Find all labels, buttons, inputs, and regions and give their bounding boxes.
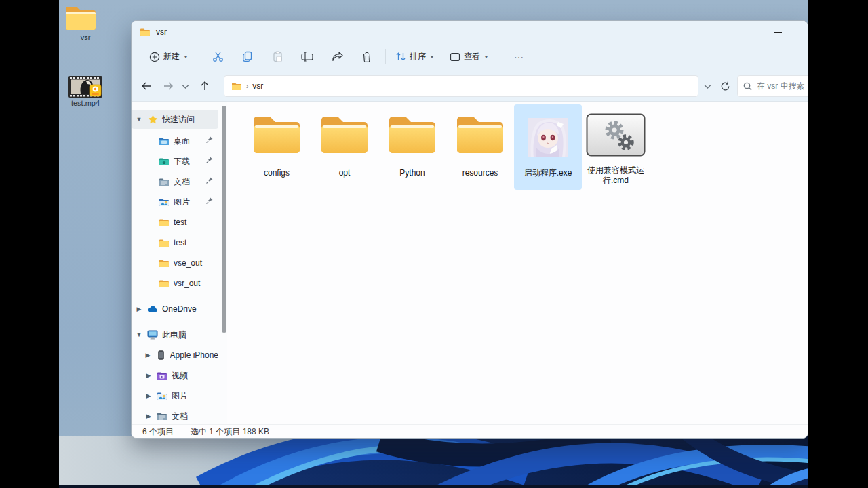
file-name: resources (448, 168, 513, 178)
chevron-collapsed-icon[interactable]: ▶ (141, 392, 156, 399)
new-button[interactable]: 新建 ▼ (142, 46, 195, 68)
minimize-button[interactable] (762, 21, 793, 43)
command-toolbar: 新建 ▼ (132, 43, 808, 70)
star-icon (146, 115, 159, 124)
downloads-folder-icon (158, 157, 170, 166)
sidebar-item-this-pc[interactable]: ▼ 此电脑 (132, 325, 218, 344)
sidebar-item-quick-access[interactable]: ▼ 快速访问 (132, 110, 218, 129)
sidebar-item-test-2[interactable]: test (132, 233, 218, 252)
sidebar-item-label: vsr_out (174, 279, 200, 288)
sidebar-item-label: 快速访问 (162, 114, 195, 125)
window-folder-icon (140, 28, 151, 37)
sidebar-item-documents-pc[interactable]: ▶ 文档 (132, 407, 218, 426)
letterbox-left (0, 0, 59, 488)
pin-icon (206, 157, 213, 163)
documents-folder-icon (156, 412, 168, 421)
up-button[interactable] (195, 76, 214, 96)
delete-button[interactable] (352, 46, 382, 68)
sidebar-item-label: Apple iPhone (170, 350, 218, 360)
paste-icon (273, 51, 283, 62)
sidebar-item-desktop[interactable]: 桌面 (132, 131, 218, 150)
file-tile-opt[interactable]: opt (311, 104, 378, 190)
title-bar[interactable]: vsr (132, 21, 808, 43)
file-tile-configs[interactable]: configs (243, 104, 311, 190)
file-explorer-window: vsr 新建 ▼ (131, 20, 808, 439)
sidebar-item-pictures[interactable]: 图片 (132, 192, 218, 211)
cut-icon (212, 51, 224, 62)
pictures-folder-icon (156, 392, 168, 401)
chevron-expanded-icon[interactable]: ▼ (132, 116, 146, 123)
forward-button[interactable] (159, 76, 178, 96)
pictures-folder-icon (158, 198, 170, 207)
desktop-folder-icon (158, 137, 170, 146)
desktop-icon-label: test.mp4 (64, 99, 107, 107)
chevron-collapsed-icon[interactable]: ▶ (140, 352, 155, 359)
chevron-collapsed-icon[interactable]: ▶ (141, 372, 156, 379)
sidebar-item-apple-iphone[interactable]: ▶ Apple iPhone (132, 346, 218, 365)
sidebar-item-vsr-out[interactable]: vsr_out (132, 274, 218, 293)
sidebar-item-onedrive[interactable]: ▶ OneDrive (132, 300, 218, 319)
exe-app-icon (528, 118, 568, 157)
breadcrumb-folder-icon (231, 82, 242, 91)
new-button-label: 新建 (163, 51, 180, 62)
folder-icon (158, 279, 170, 288)
folder-icon (386, 111, 439, 159)
view-button[interactable]: 查看 ▼ (441, 46, 498, 68)
rename-icon (301, 52, 313, 62)
share-button[interactable] (322, 46, 352, 68)
toolbar-divider (199, 49, 199, 64)
sidebar-item-label: vse_out (174, 258, 202, 268)
file-tile-resources[interactable]: resources (446, 104, 514, 190)
plus-circle-icon (149, 52, 160, 62)
sidebar-item-test[interactable]: test (132, 213, 218, 232)
desktop-icon-vsr[interactable]: vsr (64, 3, 107, 41)
chevron-collapsed-icon[interactable]: ▶ (141, 413, 156, 420)
sidebar-item-label: 图片 (172, 390, 188, 402)
copy-button[interactable] (233, 46, 262, 68)
status-bar: 6 个项目 选中 1 个项目 188 KB (132, 424, 808, 439)
rename-button[interactable] (292, 46, 322, 68)
folder-icon (158, 239, 170, 247)
sidebar-item-vse-out[interactable]: vse_out (132, 253, 218, 272)
file-tile-launcher-exe[interactable]: 启动程序.exe (514, 104, 582, 190)
file-name: 使用兼容模式运行.cmd (583, 165, 648, 186)
pin-icon (206, 177, 213, 184)
status-divider (182, 428, 182, 437)
search-box[interactable]: 在 vsr 中搜索 (737, 75, 808, 97)
sidebar-item-pictures-pc[interactable]: ▶ 图片 (132, 386, 218, 405)
desktop-icon-label: vsr (64, 33, 107, 41)
address-dropdown-button[interactable] (700, 76, 715, 96)
cut-button[interactable] (203, 46, 233, 68)
sidebar-item-label: 文档 (172, 411, 188, 422)
files-view[interactable]: configs opt (228, 102, 808, 424)
folder-icon (158, 259, 170, 268)
folder-icon (64, 3, 98, 32)
sidebar-item-label: 图片 (174, 197, 190, 208)
maximize-button[interactable] (802, 21, 808, 43)
refresh-button[interactable] (716, 76, 734, 96)
back-button[interactable] (137, 76, 156, 96)
sidebar-scrollbar[interactable] (222, 106, 226, 333)
sort-button[interactable]: 排序 ▼ (389, 46, 441, 68)
sidebar-item-label: 下载 (174, 156, 190, 167)
view-icon (450, 52, 460, 62)
breadcrumb-segment-vsr[interactable]: vsr (252, 81, 263, 91)
file-tile-compat-cmd[interactable]: 使用兼容模式运行.cmd (582, 104, 650, 190)
chevron-collapsed-icon[interactable]: ▶ (132, 306, 146, 312)
paste-button[interactable] (262, 46, 292, 68)
copy-icon (242, 51, 253, 62)
more-options-button[interactable]: … (506, 46, 533, 68)
sidebar-item-videos[interactable]: ▶ 视频 (132, 366, 218, 385)
documents-folder-icon (158, 178, 170, 186)
sidebar-item-downloads[interactable]: 下载 (132, 152, 218, 171)
chevron-expanded-icon[interactable]: ▼ (132, 331, 146, 338)
breadcrumb-field[interactable]: › vsr (224, 75, 698, 97)
folder-icon (250, 111, 303, 159)
videos-folder-icon (156, 371, 168, 380)
file-tile-python[interactable]: Python (378, 104, 446, 190)
recent-locations-button[interactable] (178, 76, 193, 96)
desktop-icon-test-mp4[interactable]: test.mp4 (64, 76, 107, 107)
sidebar-item-documents[interactable]: 文档 (132, 172, 218, 191)
sidebar-item-label: OneDrive (162, 304, 197, 314)
chevron-down-icon: ▼ (183, 54, 189, 59)
